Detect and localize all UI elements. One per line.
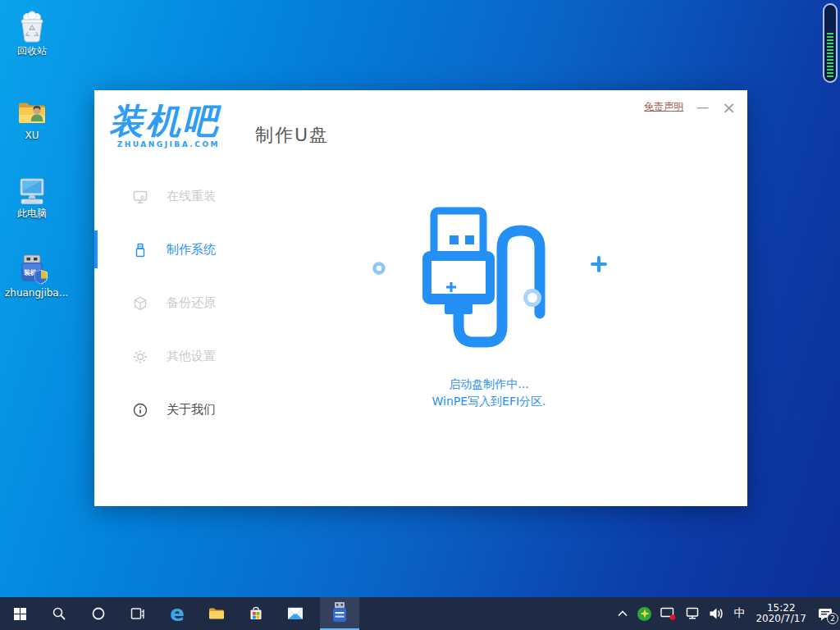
usb-connector xyxy=(434,211,483,257)
user-folder-icon xyxy=(16,95,48,128)
desktop-icon-label: 回收站 xyxy=(17,46,47,57)
chevron-up-icon xyxy=(617,609,628,618)
store-button[interactable] xyxy=(236,597,276,630)
cable-ring-icon xyxy=(526,291,540,305)
desktop-icon-label: zhuangjiba... xyxy=(5,288,59,299)
status-line1: 启动盘制作中... xyxy=(235,376,742,393)
mail-button[interactable] xyxy=(276,597,315,630)
ethernet-network-icon xyxy=(685,607,700,620)
usb-illustration xyxy=(365,197,628,377)
ime-indicator[interactable]: 中 xyxy=(733,606,745,621)
notification-dot-icon xyxy=(670,614,676,620)
usb-icon xyxy=(132,242,148,258)
page-title: 制作U盘 xyxy=(255,123,329,148)
desktop-icon-label: 此电脑 xyxy=(17,208,47,219)
taskbar: e xyxy=(0,597,840,630)
screen-cast-icon xyxy=(660,607,676,620)
minimize-button[interactable]: — xyxy=(696,102,709,113)
gold-star-icon xyxy=(639,608,651,619)
recycle-bin-icon xyxy=(16,11,48,43)
zhuangjiba-usb-icon: 装机 xyxy=(16,253,48,285)
store-icon xyxy=(248,605,264,622)
status-text: 启动盘制作中... WinPE写入到EFI分区. xyxy=(235,376,742,410)
action-center-button[interactable]: 2 xyxy=(817,607,833,621)
window-controls: 免责声明 — × xyxy=(644,100,736,114)
zhuangjiba-taskbar-icon xyxy=(330,601,349,624)
system-tray: 中 15:22 2020/7/17 2 xyxy=(617,597,840,630)
sidebar-item-online-reinstall[interactable]: 在线重装 xyxy=(94,170,235,223)
cortana-button[interactable] xyxy=(79,597,118,630)
desktop-icon-this-pc[interactable]: 此电脑 xyxy=(7,173,57,219)
app-logo-title: 装机吧 xyxy=(109,103,220,139)
sidebar-item-label: 其他设置 xyxy=(167,349,216,364)
tray-volume-button[interactable] xyxy=(709,607,724,620)
spinner-dot-icon xyxy=(375,264,384,273)
zhuangjiba-window: 装机吧 ZHUANGJIBA.COM 制作U盘 免责声明 — × 在线重装 制作… xyxy=(94,90,747,506)
tray-security-ball-icon[interactable] xyxy=(637,607,651,621)
sidebar: 在线重装 制作系统 备份还原 其他设置 xyxy=(94,170,235,436)
usb-write-indicator xyxy=(823,3,838,83)
sidebar-item-other-settings[interactable]: 其他设置 xyxy=(94,330,235,383)
clock-date: 2020/7/17 xyxy=(756,614,806,624)
tray-cast-button[interactable] xyxy=(660,607,676,620)
status-line2: WinPE写入到EFI分区. xyxy=(235,393,742,410)
task-view-button[interactable] xyxy=(118,597,158,630)
close-button[interactable]: × xyxy=(722,101,736,114)
search-button[interactable] xyxy=(39,597,79,630)
this-pc-icon xyxy=(16,173,48,206)
windows-logo-icon xyxy=(14,608,26,620)
file-explorer-button[interactable] xyxy=(197,597,236,630)
sidebar-item-label: 在线重装 xyxy=(167,189,216,204)
gear-icon xyxy=(132,349,148,365)
edge-icon: e xyxy=(170,603,185,624)
disclaimer-link[interactable]: 免责声明 xyxy=(644,100,683,114)
task-view-icon xyxy=(130,606,145,621)
desktop-icon-xu-folder[interactable]: XU xyxy=(7,95,57,141)
sidebar-item-make-system[interactable]: 制作系统 xyxy=(94,223,235,276)
sidebar-item-backup-restore[interactable]: 备份还原 xyxy=(94,276,235,330)
sidebar-item-label: 关于我们 xyxy=(167,402,216,418)
taskbar-zhuangjiba-button[interactable] xyxy=(320,597,359,630)
taskbar-clock[interactable]: 15:22 2020/7/17 xyxy=(756,603,806,624)
sidebar-item-about-us[interactable]: 关于我们 xyxy=(94,383,235,436)
edge-button[interactable]: e xyxy=(158,597,197,630)
tray-network-button[interactable] xyxy=(685,607,700,620)
backup-icon xyxy=(132,295,148,312)
cortana-icon xyxy=(91,606,106,621)
info-icon xyxy=(132,402,148,418)
monitor-icon xyxy=(132,189,148,205)
sidebar-item-label: 制作系统 xyxy=(167,242,216,258)
tray-chevron-button[interactable] xyxy=(617,609,628,618)
notification-count-badge: 2 xyxy=(827,613,838,624)
sidebar-item-label: 备份还原 xyxy=(167,295,216,311)
file-explorer-icon xyxy=(208,607,225,620)
plus-icon xyxy=(592,258,605,271)
desktop-icon-label: XU xyxy=(25,130,39,141)
desktop-icon-recycle-bin[interactable]: 回收站 xyxy=(7,11,57,57)
app-logo: 装机吧 ZHUANGJIBA.COM xyxy=(109,103,220,148)
desktop-icon-zhuangjiba[interactable]: 装机 zhuangjiba... xyxy=(7,253,57,299)
mail-icon xyxy=(287,607,304,620)
usb-write-indicator-level xyxy=(827,33,833,78)
speaker-icon xyxy=(709,607,724,620)
search-icon xyxy=(52,606,66,621)
app-logo-subtitle: ZHUANGJIBA.COM xyxy=(109,140,220,148)
start-button[interactable] xyxy=(0,597,39,630)
